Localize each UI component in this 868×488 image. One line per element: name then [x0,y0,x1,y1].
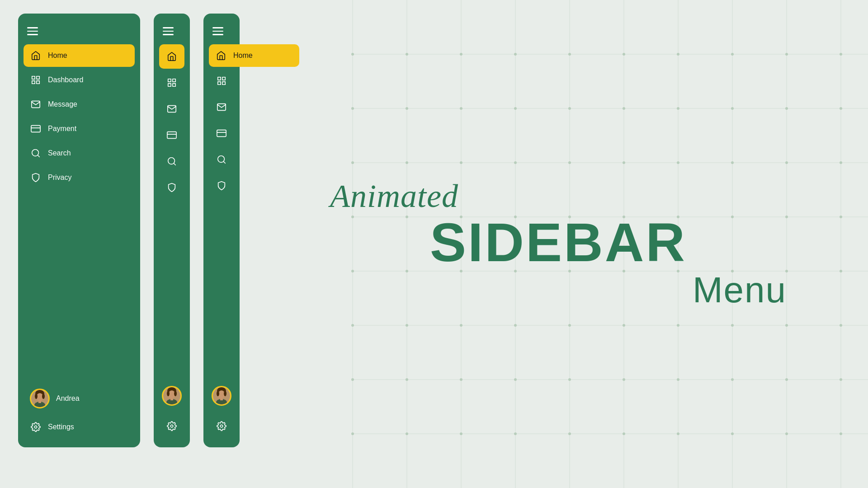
sidebar-item-message-m[interactable] [159,97,184,121]
svg-point-113 [34,426,37,428]
sidebar-item-home[interactable]: Home [24,44,135,67]
dashboard-icon-m [166,77,178,89]
svg-point-25 [731,53,734,56]
home-icon [30,50,42,61]
settings-icon-s [216,420,227,432]
right-content: Animated SIDEBAR Menu [258,178,868,311]
message-icon-s [216,101,227,113]
search-icon-s [216,154,227,165]
svg-point-27 [840,53,842,56]
sidebar-item-search[interactable]: Search [24,142,135,164]
message-icon [30,99,42,110]
svg-point-39 [406,161,408,164]
svg-point-44 [677,161,679,164]
avatar [30,389,50,408]
avatar-image-s [213,387,230,404]
svg-line-137 [223,161,225,163]
hamburger-button-medium[interactable] [154,23,190,44]
avatar-m [162,386,182,406]
sidebar-item-dashboard[interactable]: Dashboard [24,69,135,91]
sidebar-item-privacy[interactable]: Privacy [24,166,135,189]
payment-icon-m [166,129,178,141]
sidebar-item-message-s[interactable] [209,95,234,119]
svg-point-86 [785,378,788,381]
svg-point-110 [42,394,45,399]
svg-rect-128 [170,398,173,400]
avatar-s [212,386,231,406]
svg-point-89 [406,432,408,435]
sidebar-item-user-m[interactable] [159,380,184,412]
svg-point-76 [785,324,788,327]
sidebar-item-payment[interactable]: Payment [24,117,135,140]
user-name-label: Andrea [56,394,80,403]
svg-point-43 [623,161,625,164]
svg-rect-101 [32,80,35,83]
search-label: Search [48,149,71,157]
svg-point-71 [514,324,517,327]
sidebar-item-user-s[interactable] [209,380,234,412]
nav-items-mini: Home [203,44,240,380]
svg-point-77 [840,324,842,327]
hamburger-icon-medium [163,27,174,35]
hamburger-line-2 [27,31,38,32]
sidebar-item-home-m[interactable] [159,44,184,69]
svg-rect-144 [220,398,223,400]
hamburger-line-m2 [163,31,174,32]
hamburger-line-3 [27,34,38,35]
sidebar-bottom-medium [154,380,190,438]
sidebar-medium [154,14,190,447]
svg-point-82 [568,378,571,381]
hamburger-button-full[interactable] [18,23,140,44]
svg-rect-102 [31,125,40,132]
sidebar-mini: Home [203,14,240,447]
svg-point-94 [677,432,679,435]
sidebar-item-payment-m[interactable] [159,123,184,147]
payment-icon-s [216,127,227,139]
sidebar-item-payment-s[interactable] [209,121,234,145]
svg-point-96 [785,432,788,435]
svg-rect-132 [222,81,225,84]
search-icon [30,147,42,159]
svg-point-109 [35,394,38,399]
svg-point-18 [351,53,354,56]
hamburger-icon-full [27,27,38,35]
svg-point-92 [568,432,571,435]
avatar-image-m [163,387,180,404]
home-icon-s [215,50,227,61]
sidebar-item-settings[interactable]: Settings [24,416,135,438]
svg-rect-99 [37,76,39,79]
sidebar-heading: SIDEBAR [430,212,687,272]
svg-point-72 [568,324,571,327]
hamburger-line-m3 [163,34,174,35]
sidebar-item-search-s[interactable] [209,147,234,172]
hamburger-icon-mini [212,27,223,35]
sidebar-item-search-m[interactable] [159,149,184,174]
svg-point-73 [623,324,625,327]
sidebar-item-settings-m[interactable] [159,414,184,438]
sidebar-item-message[interactable]: Message [24,93,135,116]
svg-rect-130 [218,77,221,80]
settings-icon [30,421,42,433]
sidebar-item-user[interactable]: Andrea [24,383,135,414]
sidebar-full: Home Dashboard [18,14,140,447]
sidebar-item-privacy-s[interactable] [209,174,234,198]
sidebar-item-dashboard-s[interactable] [209,69,234,93]
hamburger-button-mini[interactable] [203,23,240,44]
svg-point-95 [731,432,734,435]
sidebar-item-privacy-m[interactable] [159,175,184,200]
svg-point-23 [623,53,625,56]
sidebar-item-home-s[interactable]: Home [209,44,299,67]
svg-point-81 [514,378,517,381]
svg-point-41 [514,161,517,164]
sidebar-item-dashboard-m[interactable] [159,70,184,95]
svg-point-31 [514,107,517,110]
svg-point-91 [514,432,517,435]
hamburger-line-1 [27,27,38,28]
svg-point-30 [460,107,462,110]
sidebar-item-settings-s[interactable] [209,414,234,438]
svg-line-121 [174,163,175,165]
svg-rect-116 [173,83,175,86]
menu-heading: Menu [693,270,787,310]
hamburger-line-s3 [212,34,223,35]
svg-point-28 [351,107,354,110]
